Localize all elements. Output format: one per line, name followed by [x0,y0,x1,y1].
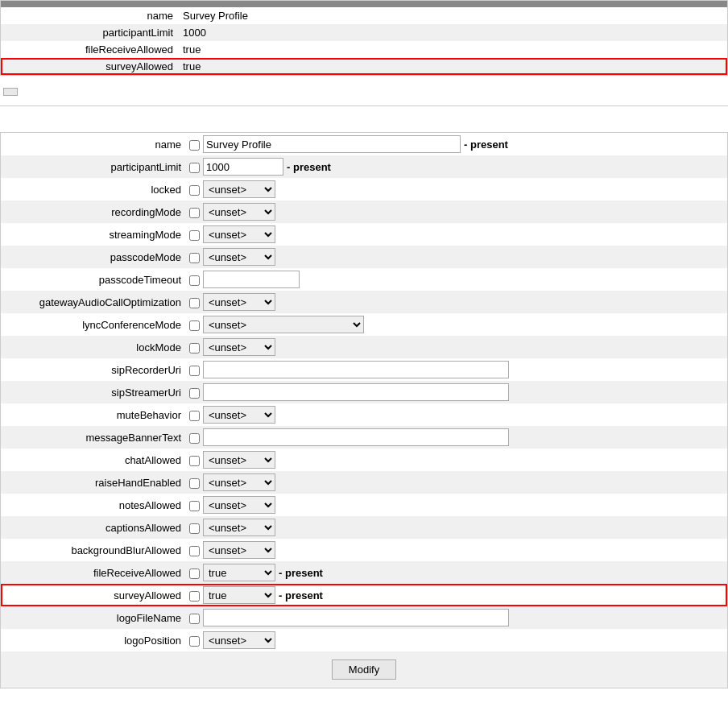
field-select[interactable]: <unset>truefalse [203,519,275,536]
field-checkbox[interactable] [189,523,200,534]
field-label: participantLimit [1,155,186,178]
field-control [186,606,727,629]
present-label: - present [279,589,323,602]
field-checkbox[interactable] [189,275,200,286]
field-checkbox[interactable] [189,546,200,556]
field-checkbox[interactable] [189,140,200,151]
field-text-input[interactable] [203,383,509,401]
field-select[interactable]: <unset>truefalse [203,293,275,311]
field-checkbox[interactable] [189,388,200,399]
form-row: passcodeMode<unset>truefalse [1,246,727,268]
form-row: lockMode<unset>truefalse [1,336,727,358]
form-section: name- presentparticipantLimit- presentlo… [0,132,728,688]
field-checkbox[interactable] [189,591,200,602]
form-row: raiseHandEnabled<unset>truefalse [1,471,727,494]
field-text-input[interactable] [203,428,509,446]
field-label: passcodeTimeout [1,268,186,291]
field-text-input[interactable] [203,271,300,288]
field-control: - present [186,133,727,155]
field-select[interactable]: <unset>truefalse [203,451,275,469]
form-row: recordingMode<unset>truefalse [1,201,727,223]
field-label: muteBehavior [1,403,186,426]
form-row: notesAllowed<unset>truefalse [1,494,727,516]
config-value: Survey Profile [178,7,727,24]
field-checkbox[interactable] [189,501,200,511]
field-control: <unset>truefalse [186,539,727,561]
field-label: backgroundBlurAllowed [1,539,186,561]
field-text-input[interactable] [203,609,509,626]
field-select[interactable]: <unset>truefalse [203,248,275,266]
field-checkbox[interactable] [189,366,200,376]
form-row: sipRecorderUri [1,358,727,381]
field-checkbox[interactable] [189,230,200,241]
field-select[interactable]: <unset>truefalse [203,406,275,424]
config-table: name Survey Profile participantLimit 100… [1,7,727,75]
field-control [186,426,727,449]
field-checkbox[interactable] [189,433,200,444]
field-checkbox[interactable] [189,208,200,218]
field-select[interactable]: <unset>truefalse [203,180,275,198]
form-row: surveyAllowed<unset>truefalse- present [1,584,727,606]
field-label: passcodeMode [1,246,186,268]
field-checkbox[interactable] [189,568,200,579]
field-checkbox[interactable] [189,163,200,173]
field-select[interactable]: <unset>truefalse [203,203,275,221]
field-control: <unset>truefalse [186,471,727,494]
field-select[interactable]: <unset>truefalse [203,338,275,356]
modify-button[interactable]: Modify [332,659,396,680]
field-checkbox[interactable] [189,343,200,354]
field-label: notesAllowed [1,494,186,516]
config-label: fileReceiveAllowed [1,41,178,58]
form-row: participantLimit- present [1,155,727,178]
field-control: <unset>truefalse [186,246,727,268]
field-checkbox[interactable] [189,636,200,647]
config-label: participantLimit [1,24,178,41]
form-row: captionsAllowed<unset>truefalse [1,516,727,539]
form-row: messageBannerText [1,426,727,449]
field-control: <unset>truefalse [186,629,727,651]
write-button[interactable] [3,88,18,96]
field-select[interactable]: <unset>truefalse [203,473,275,491]
field-control [186,358,727,381]
field-text-input[interactable] [203,361,509,378]
form-table: name- presentparticipantLimit- presentlo… [1,133,727,688]
field-select[interactable]: <unset>truefalse [203,225,275,243]
field-select[interactable]: <unset>truefalse [203,316,364,333]
config-value: true [178,58,727,75]
config-label: surveyAllowed [1,58,178,75]
field-control [186,268,727,291]
field-control: <unset>truefalse [186,494,727,516]
form-row: sipStreamerUri [1,381,727,403]
form-row: lyncConferenceMode<unset>truefalse [1,313,727,336]
field-checkbox[interactable] [189,253,200,263]
field-label: lockMode [1,336,186,358]
field-text-input[interactable] [203,158,283,176]
field-checkbox[interactable] [189,478,200,489]
field-select[interactable]: <unset>truefalse [203,541,275,559]
field-checkbox[interactable] [189,320,200,331]
field-control: <unset>truefalse [186,223,727,246]
field-text-input[interactable] [203,135,461,153]
field-select[interactable]: <unset>truefalse [203,496,275,514]
form-row: chatAllowed<unset>truefalse [1,449,727,471]
field-checkbox[interactable] [189,185,200,196]
field-control: <unset>truefalse- present [186,584,727,606]
field-checkbox[interactable] [189,456,200,466]
field-checkbox[interactable] [189,614,200,624]
form-row: muteBehavior<unset>truefalse [1,403,727,426]
field-select[interactable]: <unset>truefalse [203,564,275,581]
field-control: <unset>truefalse [186,403,727,426]
field-select[interactable]: <unset>truefalse [203,586,275,604]
field-control: <unset>truefalse [186,201,727,223]
field-control: <unset>truefalse- present [186,561,727,584]
field-checkbox[interactable] [189,298,200,308]
field-label: messageBannerText [1,426,186,449]
field-label: streamingMode [1,223,186,246]
field-control: <unset>truefalse [186,291,727,313]
config-row: surveyAllowed true [1,58,727,75]
field-checkbox[interactable] [189,411,200,421]
config-value: 1000 [178,24,727,41]
config-row: participantLimit 1000 [1,24,727,41]
write-button-section [0,76,728,102]
field-select[interactable]: <unset>truefalse [203,631,275,649]
